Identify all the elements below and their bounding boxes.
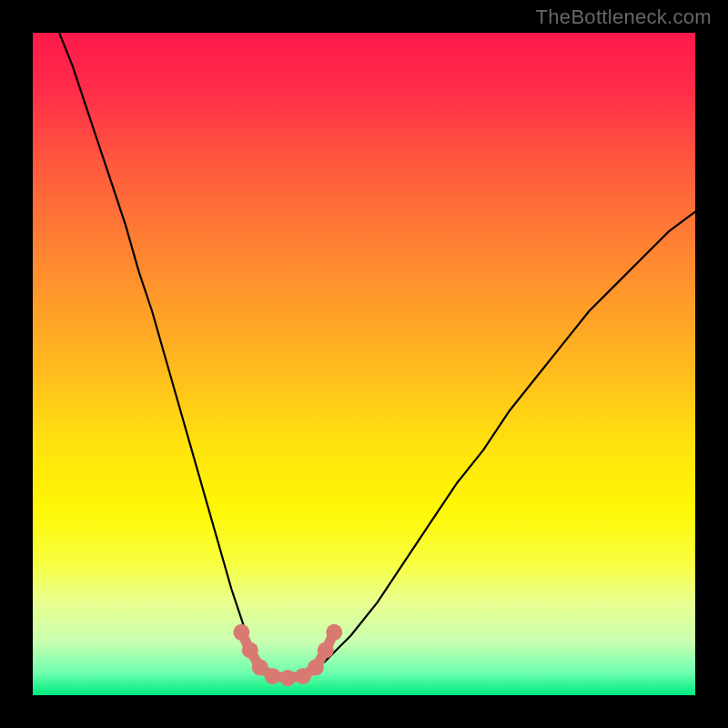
chart-canvas [33,33,695,695]
svg-rect-0 [33,33,695,695]
svg-point-10 [242,642,258,658]
svg-point-13 [279,670,296,686]
svg-point-12 [265,668,281,684]
plot-area [33,33,695,695]
svg-point-9 [233,624,249,641]
svg-point-15 [308,659,324,675]
svg-point-16 [318,642,334,658]
svg-point-17 [326,624,342,641]
watermark-text: TheBottleneck.com [536,5,712,29]
chart-frame: TheBottleneck.com [0,0,728,728]
